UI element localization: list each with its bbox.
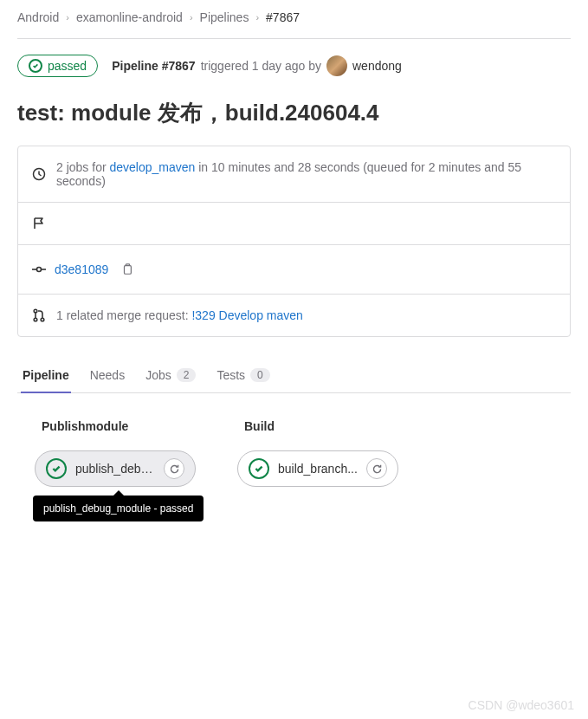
job-tooltip: publish_debug_module - passed [33,496,204,521]
clipboard-icon [121,263,133,275]
breadcrumb-current: #7867 [266,10,300,24]
job-pill-publish-debug[interactable]: publish_debu... [35,450,196,487]
tab-jobs-label: Jobs [145,368,171,382]
tab-pipeline[interactable]: Pipeline [21,358,71,392]
chevron-right-icon: › [66,12,69,23]
svg-point-1 [37,268,42,272]
chevron-right-icon: › [255,12,259,23]
svg-point-7 [41,318,44,321]
mr-text: 1 related merge request: !329 Develop ma… [56,308,303,322]
page-title: test: module 发布，build.240604.4 [17,98,571,128]
breadcrumb-item[interactable]: Android [17,10,59,24]
stage-name: Build [237,419,398,433]
commit-row: d3e81089 [18,245,570,295]
merge-request-link[interactable]: !329 Develop maven [191,308,302,322]
tab-jobs[interactable]: Jobs 2 [144,358,197,392]
retry-button[interactable] [164,458,184,479]
svg-point-6 [34,318,37,321]
info-box: 2 jobs for develop_maven in 10 minutes a… [17,146,571,337]
svg-rect-4 [125,266,132,275]
retry-icon [372,463,383,475]
avatar[interactable] [326,55,347,76]
breadcrumb: Android › examonline-android › Pipelines… [17,7,571,38]
pipeline-header: passed Pipeline #7867 triggered 1 day ag… [17,39,571,98]
check-circle-icon [29,59,42,73]
status-badge[interactable]: passed [17,55,98,77]
commit-icon [32,262,46,276]
tab-needs[interactable]: Needs [88,358,126,392]
chevron-right-icon: › [190,12,193,23]
check-circle-icon [46,458,67,479]
breadcrumb-item[interactable]: examonline-android [76,10,183,24]
svg-point-5 [34,309,37,313]
jobs-count-text: 2 jobs for [56,160,109,174]
job-name: build_branch... [278,462,358,476]
check-circle-icon [249,458,269,479]
jobs-summary-row: 2 jobs for develop_maven in 10 minutes a… [18,146,570,203]
job-pill-build-branch[interactable]: build_branch... [237,450,398,487]
stage-publishmodule: Publishmodule publish_debu... publish_de… [35,419,196,487]
tab-tests-label: Tests [216,368,245,382]
flag-icon [32,217,46,230]
triggered-text: triggered 1 day ago by [201,59,321,73]
merge-request-row: 1 related merge request: !329 Develop ma… [18,295,570,336]
watermark: CSDN @wdeo3601 [468,698,574,712]
flag-row [18,203,570,245]
retry-icon [169,463,180,475]
stage-build: Build build_branch... [237,419,398,487]
pipeline-id: Pipeline #7867 [112,59,196,73]
tab-tests-count: 0 [250,368,270,382]
copy-sha-button[interactable] [117,259,138,280]
branch-link[interactable]: develop_maven [109,160,195,174]
retry-button[interactable] [366,458,387,479]
tabs: Pipeline Needs Jobs 2 Tests 0 [17,358,571,393]
commit-sha-link[interactable]: d3e81089 [55,262,108,276]
tab-jobs-count: 2 [177,368,197,382]
pipeline-triggered-info: Pipeline #7867 triggered 1 day ago by we… [112,55,402,76]
merge-request-icon [32,308,46,322]
breadcrumb-item[interactable]: Pipelines [200,10,249,24]
username[interactable]: wendong [352,59,402,73]
clock-icon [32,167,46,181]
tab-tests[interactable]: Tests 0 [215,358,271,392]
pipeline-stages: Publishmodule publish_debu... publish_de… [17,393,571,513]
stage-name: Publishmodule [35,419,196,433]
mr-prefix: 1 related merge request: [56,308,191,322]
status-label: passed [48,59,87,73]
job-name: publish_debu... [75,462,155,476]
jobs-summary-text: 2 jobs for develop_maven in 10 minutes a… [56,160,556,188]
